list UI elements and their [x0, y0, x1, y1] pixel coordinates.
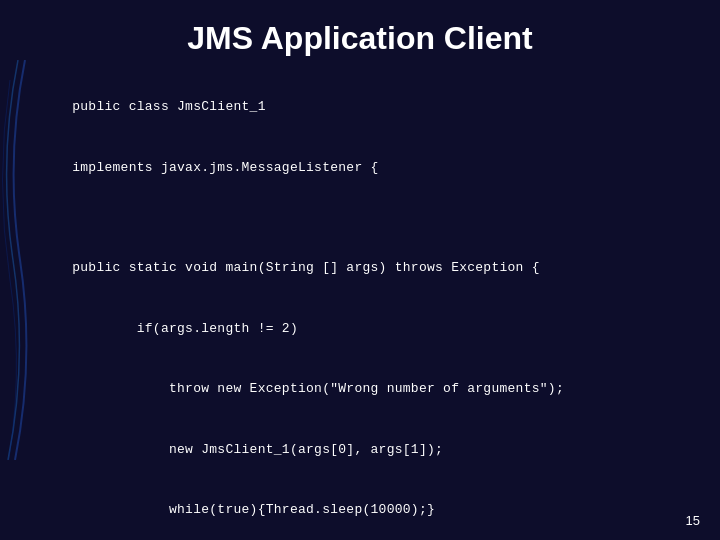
slide-title: JMS Application Client: [40, 20, 680, 57]
code-line-5: throw new Exception("Wrong number of arg…: [72, 381, 564, 396]
code-block: public class JmsClient_1 implements java…: [40, 77, 680, 540]
code-line-7: while(true){Thread.sleep(10000);}: [72, 502, 435, 517]
code-line-2: implements javax.jms.MessageListener {: [72, 160, 378, 175]
code-line-4: if(args.length != 2): [72, 321, 298, 336]
code-line-6: new JmsClient_1(args[0], args[1]);: [72, 442, 443, 457]
slide-container: JMS Application Client public class JmsC…: [0, 0, 720, 540]
slide-number: 15: [686, 513, 700, 528]
code-line-3: public static void main(String [] args) …: [72, 260, 540, 275]
decorative-left-svg: [0, 60, 30, 460]
code-line-1: public class JmsClient_1: [72, 99, 265, 114]
